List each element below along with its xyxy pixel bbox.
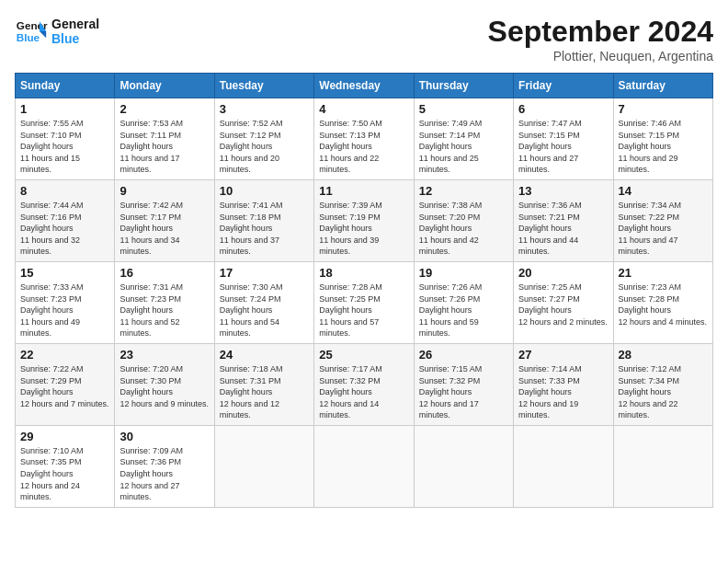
day-number: 7	[619, 102, 708, 116]
day-cell	[613, 425, 712, 507]
day-number: 27	[518, 348, 608, 362]
day-info: Sunrise: 7:53 AM Sunset: 7:11 PM Dayligh…	[119, 118, 209, 176]
day-cell: 28 Sunrise: 7:12 AM Sunset: 7:34 PM Dayl…	[613, 343, 712, 425]
day-cell: 15 Sunrise: 7:33 AM Sunset: 7:23 PM Dayl…	[16, 261, 115, 343]
col-tuesday: Tuesday	[214, 74, 313, 98]
col-wednesday: Wednesday	[314, 74, 414, 98]
day-info: Sunrise: 7:50 AM Sunset: 7:13 PM Dayligh…	[319, 118, 408, 176]
day-number: 16	[119, 266, 209, 280]
day-cell: 22 Sunrise: 7:22 AM Sunset: 7:29 PM Dayl…	[16, 343, 115, 425]
day-cell: 25 Sunrise: 7:17 AM Sunset: 7:32 PM Dayl…	[314, 343, 414, 425]
day-cell: 13 Sunrise: 7:36 AM Sunset: 7:21 PM Dayl…	[514, 179, 613, 261]
day-cell: 20 Sunrise: 7:25 AM Sunset: 7:27 PM Dayl…	[514, 261, 613, 343]
header-row: Sunday Monday Tuesday Wednesday Thursday…	[16, 74, 713, 98]
day-number: 30	[119, 430, 209, 443]
week-row-1: 1 Sunrise: 7:55 AM Sunset: 7:10 PM Dayli…	[16, 98, 713, 180]
day-info: Sunrise: 7:46 AM Sunset: 7:15 PM Dayligh…	[619, 118, 708, 176]
day-number: 8	[20, 184, 109, 198]
day-number: 5	[419, 102, 508, 116]
calendar-subtitle: Plottier, Neuquen, Argentina	[488, 49, 713, 63]
day-info: Sunrise: 7:17 AM Sunset: 7:32 PM Dayligh…	[319, 363, 408, 421]
day-info: Sunrise: 7:23 AM Sunset: 7:28 PM Dayligh…	[619, 282, 708, 327]
day-info: Sunrise: 7:36 AM Sunset: 7:21 PM Dayligh…	[518, 200, 608, 258]
calendar-table: Sunday Monday Tuesday Wednesday Thursday…	[15, 73, 713, 508]
day-info: Sunrise: 7:22 AM Sunset: 7:29 PM Dayligh…	[20, 363, 109, 409]
svg-marker-3	[40, 31, 46, 38]
day-cell: 18 Sunrise: 7:28 AM Sunset: 7:25 PM Dayl…	[314, 261, 414, 343]
day-number: 9	[119, 184, 209, 198]
day-number: 17	[220, 266, 309, 280]
day-number: 13	[518, 184, 608, 198]
day-cell	[214, 425, 313, 507]
day-cell: 10 Sunrise: 7:41 AM Sunset: 7:18 PM Dayl…	[214, 179, 313, 261]
day-cell: 11 Sunrise: 7:39 AM Sunset: 7:19 PM Dayl…	[314, 179, 414, 261]
day-info: Sunrise: 7:44 AM Sunset: 7:16 PM Dayligh…	[20, 200, 109, 258]
day-number: 3	[220, 102, 309, 116]
col-friday: Friday	[514, 74, 613, 98]
day-info: Sunrise: 7:31 AM Sunset: 7:23 PM Dayligh…	[119, 282, 209, 339]
day-cell: 21 Sunrise: 7:23 AM Sunset: 7:28 PM Dayl…	[613, 261, 712, 343]
day-info: Sunrise: 7:38 AM Sunset: 7:20 PM Dayligh…	[419, 200, 508, 258]
day-info: Sunrise: 7:14 AM Sunset: 7:33 PM Dayligh…	[518, 363, 608, 421]
week-row-4: 22 Sunrise: 7:22 AM Sunset: 7:29 PM Dayl…	[16, 343, 713, 425]
day-cell: 7 Sunrise: 7:46 AM Sunset: 7:15 PM Dayli…	[613, 98, 712, 180]
day-info: Sunrise: 7:52 AM Sunset: 7:12 PM Dayligh…	[220, 118, 309, 176]
day-number: 15	[20, 266, 109, 280]
week-row-2: 8 Sunrise: 7:44 AM Sunset: 7:16 PM Dayli…	[16, 179, 713, 261]
day-number: 20	[518, 266, 608, 280]
title-block: September 2024 Plottier, Neuquen, Argent…	[488, 15, 713, 63]
svg-text:Blue: Blue	[17, 31, 40, 43]
day-cell: 19 Sunrise: 7:26 AM Sunset: 7:26 PM Dayl…	[414, 261, 513, 343]
day-cell	[514, 425, 613, 507]
day-cell: 2 Sunrise: 7:53 AM Sunset: 7:11 PM Dayli…	[115, 98, 214, 180]
day-number: 14	[619, 184, 708, 198]
day-number: 1	[20, 102, 109, 116]
day-number: 22	[20, 348, 109, 362]
day-number: 18	[319, 266, 408, 280]
day-cell: 27 Sunrise: 7:14 AM Sunset: 7:33 PM Dayl…	[514, 343, 613, 425]
day-info: Sunrise: 7:15 AM Sunset: 7:32 PM Dayligh…	[419, 363, 508, 421]
col-saturday: Saturday	[613, 74, 712, 98]
day-info: Sunrise: 7:49 AM Sunset: 7:14 PM Dayligh…	[419, 118, 508, 176]
day-info: Sunrise: 7:47 AM Sunset: 7:15 PM Dayligh…	[518, 118, 608, 176]
calendar-title: September 2024	[488, 15, 713, 49]
day-info: Sunrise: 7:39 AM Sunset: 7:19 PM Dayligh…	[319, 200, 408, 258]
day-cell: 4 Sunrise: 7:50 AM Sunset: 7:13 PM Dayli…	[314, 98, 414, 180]
day-cell: 24 Sunrise: 7:18 AM Sunset: 7:31 PM Dayl…	[214, 343, 313, 425]
day-cell: 29 Sunrise: 7:10 AM Sunset: 7:35 PM Dayl…	[16, 425, 115, 507]
week-row-5: 29 Sunrise: 7:10 AM Sunset: 7:35 PM Dayl…	[16, 425, 713, 507]
col-thursday: Thursday	[414, 74, 513, 98]
day-number: 10	[220, 184, 309, 198]
day-cell: 14 Sunrise: 7:34 AM Sunset: 7:22 PM Dayl…	[613, 179, 712, 261]
day-info: Sunrise: 7:28 AM Sunset: 7:25 PM Dayligh…	[319, 282, 408, 339]
day-number: 25	[319, 348, 408, 362]
day-cell: 9 Sunrise: 7:42 AM Sunset: 7:17 PM Dayli…	[115, 179, 214, 261]
day-number: 6	[518, 102, 608, 116]
day-cell	[314, 425, 414, 507]
week-row-3: 15 Sunrise: 7:33 AM Sunset: 7:23 PM Dayl…	[16, 261, 713, 343]
col-sunday: Sunday	[16, 74, 115, 98]
day-info: Sunrise: 7:26 AM Sunset: 7:26 PM Dayligh…	[419, 282, 508, 339]
logo-text: General Blue	[51, 17, 99, 46]
day-number: 11	[319, 184, 408, 198]
day-number: 21	[619, 266, 708, 280]
day-info: Sunrise: 7:41 AM Sunset: 7:18 PM Dayligh…	[220, 200, 309, 258]
day-cell: 3 Sunrise: 7:52 AM Sunset: 7:12 PM Dayli…	[214, 98, 313, 180]
day-info: Sunrise: 7:55 AM Sunset: 7:10 PM Dayligh…	[20, 118, 109, 176]
day-number: 26	[419, 348, 508, 362]
day-number: 4	[319, 102, 408, 116]
day-info: Sunrise: 7:42 AM Sunset: 7:17 PM Dayligh…	[119, 200, 209, 258]
day-info: Sunrise: 7:20 AM Sunset: 7:30 PM Dayligh…	[119, 363, 209, 409]
header: General Blue General Blue September 2024…	[15, 15, 713, 63]
day-info: Sunrise: 7:10 AM Sunset: 7:35 PM Dayligh…	[20, 445, 109, 503]
logo: General Blue General Blue	[15, 15, 99, 48]
day-info: Sunrise: 7:30 AM Sunset: 7:24 PM Dayligh…	[220, 282, 309, 339]
day-cell: 17 Sunrise: 7:30 AM Sunset: 7:24 PM Dayl…	[214, 261, 313, 343]
day-cell: 30 Sunrise: 7:09 AM Sunset: 7:36 PM Dayl…	[115, 425, 214, 507]
day-info: Sunrise: 7:12 AM Sunset: 7:34 PM Dayligh…	[619, 363, 708, 421]
day-cell: 23 Sunrise: 7:20 AM Sunset: 7:30 PM Dayl…	[115, 343, 214, 425]
day-number: 12	[419, 184, 508, 198]
day-cell: 6 Sunrise: 7:47 AM Sunset: 7:15 PM Dayli…	[514, 98, 613, 180]
day-info: Sunrise: 7:18 AM Sunset: 7:31 PM Dayligh…	[220, 363, 309, 421]
logo-icon: General Blue	[15, 15, 48, 48]
